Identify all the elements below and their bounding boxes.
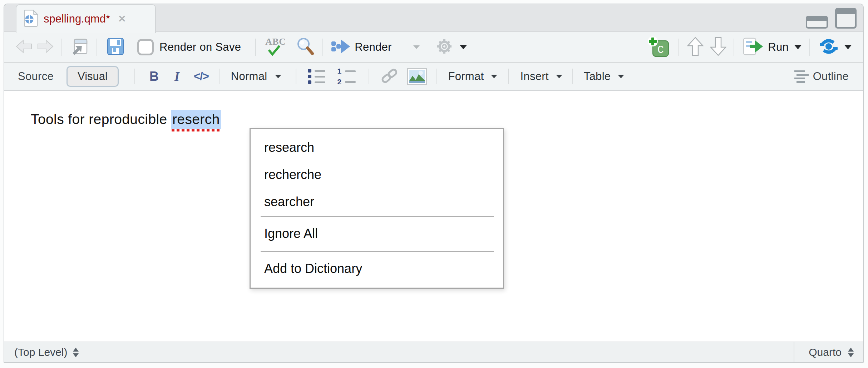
editor-canvas[interactable]: Tools for reproducible reserch research … (4, 91, 863, 342)
chunk-down-icon[interactable] (710, 37, 726, 58)
tab-title: spelling.qmd* (44, 13, 110, 25)
document-format-label: Quarto (809, 346, 842, 358)
ignore-all-menu-item[interactable]: Ignore All (251, 217, 503, 250)
toolbar-separator (809, 39, 810, 56)
toolbar-separator (61, 39, 62, 56)
render-button[interactable]: Render (355, 41, 391, 54)
paragraph-style-dropdown-icon[interactable] (275, 75, 281, 78)
toolbar-separator (220, 69, 220, 84)
rstudio-source-pane: spelling.qmd* ✕ (0, 0, 868, 368)
editor-pane: spelling.qmd* ✕ (4, 4, 864, 363)
spellcheck-menu-list: research recherche searcher Ignore All A… (251, 129, 503, 285)
spellcheck-context-menu: research recherche searcher Ignore All A… (250, 128, 504, 289)
bold-button[interactable]: B (149, 69, 159, 84)
document-text-line[interactable]: Tools for reproducible reserch (31, 111, 221, 127)
link-icon[interactable] (380, 68, 399, 85)
toolbar-separator (97, 39, 97, 56)
render-on-save-checkbox[interactable] (137, 39, 154, 55)
forward-icon[interactable] (37, 39, 54, 55)
spellcheck-icon[interactable]: ABC (265, 37, 289, 57)
insert-chunk-icon[interactable]: C (647, 36, 669, 59)
search-icon[interactable] (296, 37, 315, 58)
suggestion-recherche[interactable]: recherche (251, 161, 503, 188)
tab-spelling-qmd[interactable]: spelling.qmd* ✕ (16, 4, 156, 33)
suggestion-research[interactable]: research (251, 134, 503, 161)
text-before-misspelling: Tools for reproducible (31, 111, 171, 127)
scope-label: (Top Level) (14, 346, 67, 358)
outline-icon[interactable] (794, 70, 809, 83)
save-icon[interactable] (107, 38, 124, 57)
italic-button[interactable]: I (174, 69, 179, 84)
visual-mode-button[interactable]: Visual (66, 66, 119, 87)
gear-icon[interactable] (435, 38, 453, 57)
minimize-pane-icon[interactable] (806, 16, 828, 29)
toolbar-separator (255, 39, 256, 56)
table-menu[interactable]: Table (584, 70, 611, 83)
toolbar-separator (436, 69, 437, 84)
run-icon[interactable] (743, 38, 764, 57)
render-on-save-label[interactable]: Render on Save (159, 41, 241, 54)
image-icon[interactable] (407, 68, 427, 85)
numbered-list-icon[interactable]: 1 2 (337, 67, 356, 86)
format-menu-dropdown-icon[interactable] (491, 75, 497, 78)
toolbar-separator (322, 39, 323, 56)
toolbar-separator (369, 69, 369, 84)
tab-strip: spelling.qmd* ✕ (4, 4, 863, 32)
paragraph-style-dropdown[interactable]: Normal (231, 70, 267, 83)
toolbar-separator (508, 69, 509, 84)
svg-text:C: C (657, 44, 664, 56)
tab-close-icon[interactable]: ✕ (118, 13, 126, 25)
editor-status-bar: (Top Level) Quarto (4, 342, 863, 362)
run-button[interactable]: Run (768, 41, 789, 54)
source-mode-button[interactable]: Source (18, 70, 54, 83)
rerun-dropdown-icon[interactable] (844, 45, 852, 49)
scope-selector[interactable]: (Top Level) (14, 346, 79, 358)
back-icon[interactable] (16, 39, 32, 55)
add-to-dictionary-menu-item[interactable]: Add to Dictionary (251, 252, 503, 285)
render-icon[interactable] (331, 38, 350, 56)
code-button[interactable]: </> (194, 70, 209, 83)
outline-toggle-button[interactable]: Outline (813, 70, 849, 83)
run-dropdown-icon[interactable] (794, 45, 802, 49)
main-toolbar: Render on Save ABC (4, 32, 863, 63)
settings-dropdown-icon[interactable] (460, 45, 467, 49)
toolbar-separator (678, 39, 679, 56)
render-dropdown-icon[interactable] (413, 45, 420, 49)
table-menu-dropdown-icon[interactable] (618, 75, 624, 78)
toolbar-separator (134, 69, 135, 84)
suggestion-searcher[interactable]: searcher (251, 188, 503, 215)
document-format-selector[interactable]: Quarto (794, 342, 863, 362)
insert-menu-dropdown-icon[interactable] (556, 75, 562, 78)
rerun-icon[interactable] (819, 38, 839, 57)
scope-selector-arrows-icon (73, 348, 79, 357)
misspelled-word-selection[interactable]: reserch (171, 110, 221, 129)
pane-window-controls (806, 8, 857, 29)
format-menu[interactable]: Format (448, 70, 484, 83)
open-in-new-window-icon[interactable] (71, 38, 88, 57)
chunk-up-icon[interactable] (687, 37, 704, 58)
document-format-arrows-icon (848, 348, 854, 357)
format-toolbar: Source Visual B I </> Normal 1 2 (4, 63, 863, 91)
toolbar-separator (296, 69, 296, 84)
toolbar-separator (572, 69, 573, 84)
bullet-list-icon[interactable] (308, 69, 325, 84)
insert-menu[interactable]: Insert (520, 70, 548, 83)
toolbar-separator (734, 39, 734, 56)
quarto-file-icon (24, 10, 38, 28)
maximize-pane-icon[interactable] (835, 8, 857, 29)
